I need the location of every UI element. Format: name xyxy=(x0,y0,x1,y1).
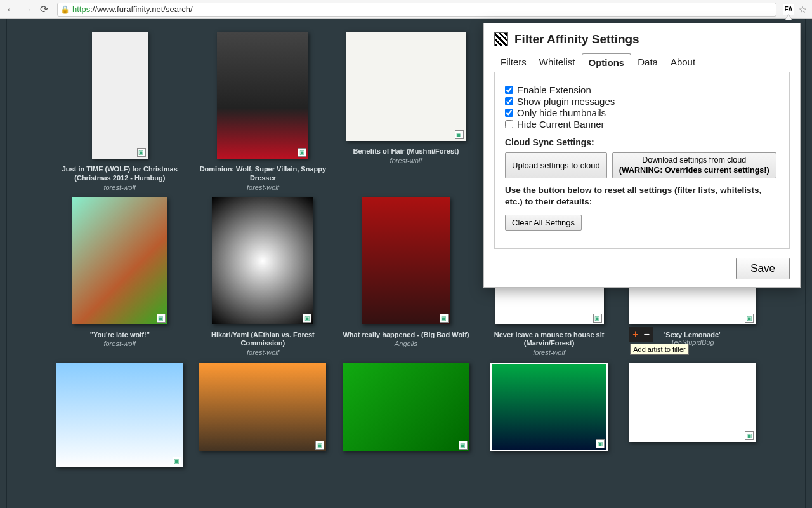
gallery-item[interactable]: ▣ Benefits of Hair (Mushni/Forest) fores… xyxy=(343,32,469,191)
extension-icon[interactable]: FA xyxy=(783,4,794,15)
gallery-item[interactable]: ▣ What really happened - (Big Bad Wolf) … xyxy=(343,197,469,357)
options-panel: Enable Extension Show plugin messages On… xyxy=(494,72,790,249)
upload-settings-button[interactable]: Upload settings to cloud xyxy=(505,152,607,178)
checkbox-label: Only hide thumbnails xyxy=(517,107,606,118)
extension-logo-icon xyxy=(494,32,508,46)
forward-button[interactable]: → xyxy=(20,3,34,17)
download-settings-button[interactable]: Download settings from cloud (WARNING: O… xyxy=(612,152,776,178)
gallery-item[interactable]: ▣ Dominion: Wolf, Super Villain, Snappy … xyxy=(199,32,326,191)
checkbox[interactable] xyxy=(505,86,513,94)
option-hide-banner[interactable]: Hide Current Banner xyxy=(505,119,779,130)
badge-icon: ▣ xyxy=(303,314,311,323)
item-author[interactable]: forest-wolf xyxy=(56,340,183,347)
checkbox-label: Enable Extension xyxy=(517,84,591,95)
badge-icon: ▣ xyxy=(440,314,449,323)
gallery-item[interactable]: ▣ xyxy=(629,363,756,470)
badge-icon: ▣ xyxy=(745,431,754,440)
item-title: What really happened - (Big Bad Wolf) xyxy=(343,331,469,340)
thumbnail[interactable]: ▣ xyxy=(629,363,756,442)
remove-filter-icon[interactable]: − xyxy=(644,329,650,340)
address-bar[interactable]: 🔒 https://www.furaffinity.net/search/ xyxy=(57,3,776,17)
thumbnail[interactable]: ▣ xyxy=(362,197,450,324)
item-title: Never leave a mouse to house sit (Marvin… xyxy=(486,331,613,349)
badge-icon: ▣ xyxy=(593,314,602,323)
item-title: Hikari/Yami (AEthian vs. Forest Commissi… xyxy=(199,331,326,349)
item-author[interactable]: forest-wolf xyxy=(199,184,326,191)
option-only-hide-thumbnails[interactable]: Only hide thumbnails xyxy=(505,107,779,118)
checkbox[interactable] xyxy=(505,120,513,128)
item-title: Dominion: Wolf, Super Villain, Snappy Dr… xyxy=(199,165,326,183)
gallery-item[interactable]: ▣ xyxy=(486,363,613,470)
bookmark-star-icon[interactable]: ☆ xyxy=(797,4,808,15)
tooltip: Add artist to filter xyxy=(630,344,689,355)
badge-icon: ▣ xyxy=(298,148,306,157)
tab-about[interactable]: About xyxy=(664,53,702,72)
thumbnail[interactable]: ▣ xyxy=(346,32,466,141)
tab-options[interactable]: Options xyxy=(582,53,632,72)
badge-icon: ▣ xyxy=(157,314,166,323)
popup-title: Filter Affinity Settings xyxy=(514,32,639,46)
save-button[interactable]: Save xyxy=(736,258,790,279)
tab-filters[interactable]: Filters xyxy=(494,53,533,72)
reload-button[interactable]: ⟳ xyxy=(37,3,51,17)
lock-icon: 🔒 xyxy=(60,5,70,14)
gallery-item[interactable]: ▣ xyxy=(199,363,326,470)
item-author[interactable]: forest-wolf xyxy=(56,184,183,191)
thumbnail[interactable]: ▣ xyxy=(199,363,326,451)
tab-whitelist[interactable]: Whitelist xyxy=(533,53,582,72)
item-author[interactable]: Angelis xyxy=(343,340,469,347)
badge-icon: ▣ xyxy=(745,314,754,323)
badge-icon: ▣ xyxy=(596,439,605,448)
thumbnail[interactable]: ▣ xyxy=(217,32,308,159)
gallery-item[interactable]: ▣ "You're late wolf!" forest-wolf xyxy=(56,197,183,357)
gallery-item[interactable]: ▣ xyxy=(56,363,183,470)
badge-icon: ▣ xyxy=(137,148,146,157)
checkbox[interactable] xyxy=(505,109,513,117)
download-line1: Download settings from cloud xyxy=(619,156,769,166)
popup-header: Filter Affinity Settings xyxy=(494,32,790,46)
item-title: Benefits of Hair (Mushni/Forest) xyxy=(343,147,469,156)
gallery-item[interactable]: ▣ Hikari/Yami (AEthian vs. Forest Commis… xyxy=(199,197,326,357)
item-author[interactable]: forest-wolf xyxy=(343,157,469,164)
url-text: https://www.furaffinity.net/search/ xyxy=(72,4,773,14)
cloud-sync-buttons: Upload settings to cloud Download settin… xyxy=(505,152,779,178)
item-author[interactable]: forest-wolf xyxy=(199,349,326,356)
cloud-sync-heading: Cloud Sync Settings: xyxy=(505,137,779,147)
item-title: Just in TIME (WOLF) for Christmas (Chris… xyxy=(56,165,183,183)
badge-icon: ▣ xyxy=(173,457,181,465)
save-row: Save xyxy=(494,258,790,279)
option-show-messages[interactable]: Show plugin messages xyxy=(505,96,779,107)
thumbnail[interactable]: ▣ xyxy=(343,363,469,451)
gallery-item[interactable]: ▣ Just in TIME (WOLF) for Christmas (Chr… xyxy=(56,32,183,191)
reset-instructions: Use the button below to reset all settin… xyxy=(505,185,779,208)
thumbnail[interactable]: ▣ xyxy=(72,197,167,324)
badge-icon: ▣ xyxy=(315,441,324,450)
checkbox-label: Show plugin messages xyxy=(517,96,615,107)
thumbnail[interactable]: ▣ xyxy=(56,363,183,467)
option-enable-extension[interactable]: Enable Extension xyxy=(505,84,779,95)
filter-overlay: + − xyxy=(629,327,653,342)
back-button[interactable]: ← xyxy=(4,3,18,17)
item-author[interactable]: forest-wolf xyxy=(486,349,613,356)
checkbox[interactable] xyxy=(505,97,513,105)
add-filter-icon[interactable]: + xyxy=(632,329,638,340)
tab-data[interactable]: Data xyxy=(631,53,664,72)
badge-icon: ▣ xyxy=(455,130,464,139)
download-warning: (WARNING: Overrides current settings!) xyxy=(619,166,769,176)
thumbnail[interactable]: ▣ xyxy=(92,32,148,159)
clear-all-settings-button[interactable]: Clear All Settings xyxy=(505,215,582,231)
checkbox-label: Hide Current Banner xyxy=(517,119,605,130)
thumbnail[interactable]: ▣ xyxy=(490,363,608,451)
gallery-item[interactable]: ▣ xyxy=(343,363,469,470)
thumbnail[interactable]: ▣ xyxy=(212,197,313,324)
popup-tabs: Filters Whitelist Options Data About xyxy=(494,53,790,72)
extension-popup: Filter Affinity Settings Filters Whiteli… xyxy=(483,23,801,288)
browser-toolbar: ← → ⟳ 🔒 https://www.furaffinity.net/sear… xyxy=(0,0,812,19)
badge-icon: ▣ xyxy=(459,441,468,450)
item-title: "You're late wolf!" xyxy=(56,331,183,340)
